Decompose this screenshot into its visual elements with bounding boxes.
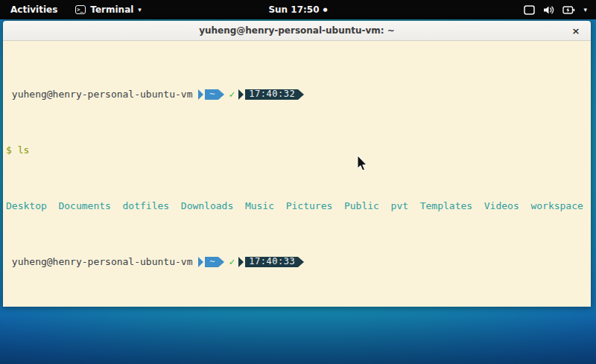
ls-output-line: Desktop Documents dotfiles Downloads Mus… [6,200,591,211]
prompt-user-host: yuheng@henry-personal-ubuntu-vm [6,89,198,100]
powerline-arrow-icon [218,89,224,100]
app-menu-label: Terminal [90,4,133,15]
display-icon [524,5,535,15]
close-button[interactable]: × [568,23,583,38]
terminal-app-icon: >_ [75,5,86,14]
chevron-down-icon: ▾ [583,6,587,13]
prompt-line-1: yuheng@henry-personal-ubuntu-vm ~ ✓ 17:4… [6,89,591,100]
prompt-line-2: yuheng@henry-personal-ubuntu-vm ~ ✓ 17:4… [6,256,591,267]
command-line: $ ls [6,144,591,156]
status-check-icon: ✓ [229,89,235,100]
prompt-time-segment: 17:40:33 [238,257,304,267]
status-check-icon: ✓ [229,256,235,267]
terminal-content[interactable]: yuheng@henry-personal-ubuntu-vm ~ ✓ 17:4… [3,41,591,307]
prompt-user-host: yuheng@henry-personal-ubuntu-vm [6,256,198,267]
clock-label: Sun 17:50 [268,4,319,15]
gnome-top-bar: Activities >_ Terminal ▾ Sun 17:50 ● ▾ [0,0,596,19]
powerline-arrow-icon [238,257,244,267]
powerline-arrow-icon [218,257,224,267]
app-menu-terminal[interactable]: >_ Terminal ▾ [72,3,145,16]
prompt-time-segment: 17:40:32 [238,89,304,100]
chevron-down-icon: ▾ [138,6,142,13]
activities-button[interactable]: Activities [7,3,60,16]
close-icon: × [572,25,580,36]
prompt-path-segment: ~ [198,89,224,100]
volume-icon [543,5,554,15]
system-status-area[interactable]: ▾ [521,0,590,19]
prompt-time: 17:40:33 [245,257,298,267]
powerline-arrow-icon [198,257,203,267]
window-title: yuheng@henry-personal-ubuntu-vm: ~ [199,25,395,36]
prompt-symbol: $ [6,144,18,156]
powerline-arrow-icon [298,257,304,267]
powerline-arrow-icon [198,89,203,100]
terminal-window: yuheng@henry-personal-ubuntu-vm: ~ × yuh… [2,20,592,307]
clock-button[interactable]: Sun 17:50 ● [264,3,332,16]
notification-dot-icon: ● [323,7,328,13]
command-text: ls [18,144,30,156]
prompt-path-segment: ~ [198,257,224,267]
prompt-time: 17:40:32 [245,89,298,100]
prompt-path: ~ [205,257,218,267]
powerline-arrow-icon [238,89,244,100]
window-titlebar[interactable]: yuheng@henry-personal-ubuntu-vm: ~ × [3,21,591,41]
battery-charging-icon [562,5,575,15]
directory-list: Desktop Documents dotfiles Downloads Mus… [6,200,583,211]
prompt-path: ~ [205,89,218,100]
powerline-arrow-icon [298,89,304,100]
